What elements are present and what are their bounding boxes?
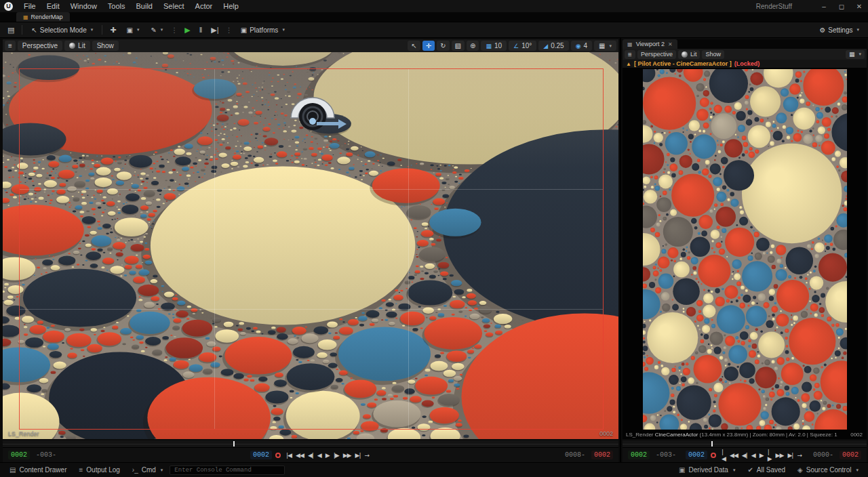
viewport-options-hamburger-icon[interactable]: ≡: [625, 50, 635, 59]
titlebar: U FileEditWindowToolsBuildSelectActorHel…: [0, 0, 868, 12]
menu-item[interactable]: Build: [131, 1, 158, 12]
transport-button[interactable]: ▶: [757, 452, 766, 459]
show-dropdown[interactable]: Show: [92, 41, 119, 51]
menu-item[interactable]: Actor: [190, 1, 218, 12]
view-range-end[interactable]: 0000-: [810, 451, 836, 459]
viewport-options-hamburger-icon[interactable]: ≡: [5, 41, 16, 51]
perspective-dropdown[interactable]: Perspective: [637, 50, 676, 59]
world-space-icon[interactable]: ⊕: [467, 41, 479, 51]
frame-skip-button[interactable]: ▶|: [208, 24, 222, 36]
transport-button[interactable]: ▶|: [785, 452, 795, 459]
viewport-layout-button[interactable]: ▦ ▾: [594, 41, 616, 51]
console-input[interactable]: [170, 465, 285, 475]
derived-data-button[interactable]: ▣ Derived Data ▾: [673, 463, 741, 477]
lit-dropdown[interactable]: Lit: [64, 41, 90, 51]
rotate-tool-icon[interactable]: ↻: [437, 41, 449, 51]
menu-item[interactable]: Edit: [41, 1, 65, 12]
save-icon[interactable]: ▤: [4, 24, 18, 36]
all-saved-button[interactable]: ✔ All Saved: [742, 463, 791, 477]
playback-start-frame[interactable]: 0002: [628, 451, 650, 459]
source-control-button[interactable]: ◈ Source Control ▾: [792, 463, 864, 477]
add-actor-icon[interactable]: ✚: [106, 24, 119, 36]
playback-start-frame[interactable]: 0002: [8, 451, 30, 459]
transport-button[interactable]: ▶▶: [341, 452, 353, 459]
transport-button[interactable]: →: [362, 452, 371, 459]
current-frame[interactable]: 0002: [686, 451, 707, 459]
record-button[interactable]: [711, 453, 716, 458]
view-range-end[interactable]: 0008-: [562, 451, 588, 459]
sequencer-timeline-strip[interactable]: [623, 440, 867, 447]
transport-buttons: |◀◀◀◀|◀▶|▶▶▶▶|→: [719, 449, 804, 462]
select-tool-icon[interactable]: ↖: [408, 41, 420, 51]
content-drawer-button[interactable]: ▤ Content Drawer: [4, 463, 72, 477]
lit-dropdown[interactable]: Lit: [678, 50, 701, 59]
playhead-marker[interactable]: [711, 441, 713, 447]
transport-button[interactable]: |▶: [766, 449, 774, 462]
transport-button[interactable]: →: [795, 452, 804, 459]
camera-name-label: CineCameraActor: [655, 432, 698, 438]
eject-pilot-icon[interactable]: ▲: [626, 61, 631, 67]
move-tool-icon[interactable]: ✛: [422, 41, 435, 51]
playback-end-frame[interactable]: 0002: [840, 451, 861, 459]
chevron-down-icon: ▾: [856, 468, 859, 473]
menu-item[interactable]: Tools: [102, 1, 131, 12]
modes-dropdown[interactable]: ▣ ▾: [121, 25, 144, 35]
chevron-down-icon: ▾: [137, 27, 140, 33]
transport-button[interactable]: ◀◀: [294, 452, 306, 459]
viewport-layout-button[interactable]: ▦ ▾: [846, 50, 865, 59]
transport-button[interactable]: |▶: [332, 452, 341, 459]
viewport-3d-scene[interactable]: LS_Render 0002: [3, 52, 618, 439]
transport-button[interactable]: ◀: [749, 452, 757, 459]
maximize-button[interactable]: ◻: [833, 3, 850, 10]
camera-speed-button[interactable]: ◉ 4: [571, 41, 592, 51]
transport-button[interactable]: ▶▶: [774, 452, 786, 459]
play-button[interactable]: ▶: [181, 24, 193, 36]
menu-item[interactable]: File: [18, 1, 41, 12]
settings-dropdown[interactable]: ⚙ Settings ▾: [814, 25, 864, 35]
output-log-button[interactable]: ≡ Output Log: [73, 463, 125, 477]
tab-viewport2[interactable]: ▦ Viewport 2 ✕: [623, 39, 677, 49]
tab-rendermap[interactable]: ▦ RenderMap: [16, 12, 70, 22]
menu-item[interactable]: Window: [65, 1, 102, 12]
perspective-dropdown[interactable]: Perspective: [18, 41, 62, 51]
camera-viewport[interactable]: LS_Render CineCameraActor (13.4mm x 23.8…: [623, 68, 867, 439]
close-button[interactable]: ✕: [850, 3, 868, 10]
rotation-snap-icon: ∠: [513, 43, 519, 49]
scale-snap-button[interactable]: ◢ 0.25: [538, 41, 568, 51]
menu-item[interactable]: Select: [158, 1, 190, 12]
close-tab-icon[interactable]: ✕: [668, 41, 673, 47]
pause-button[interactable]: ‖: [196, 24, 206, 35]
selection-mode-dropdown[interactable]: ↖ Selection Mode ▾: [26, 25, 98, 35]
scale-tool-icon[interactable]: ▧: [452, 41, 465, 51]
transport-button[interactable]: ◀◀: [728, 452, 740, 459]
minimize-button[interactable]: –: [815, 3, 833, 10]
transport-button[interactable]: ▶|: [353, 452, 363, 459]
transport-button[interactable]: |◀: [284, 452, 294, 459]
transport-button[interactable]: ◀|: [740, 452, 749, 459]
current-frame[interactable]: 0002: [250, 451, 272, 459]
cmd-dropdown[interactable]: ›_ Cmd ▾: [127, 463, 169, 477]
transport-button[interactable]: ◀|: [306, 452, 315, 459]
show-dropdown[interactable]: Show: [702, 50, 724, 59]
chevron-down-icon: ▾: [161, 27, 163, 33]
cine-camera-gizmo[interactable]: [285, 94, 348, 133]
transport-button[interactable]: |◀: [719, 449, 728, 462]
menu-item[interactable]: Help: [218, 1, 244, 12]
view-range-start[interactable]: -003-: [33, 451, 59, 459]
paint-dropdown[interactable]: ✎ ▾: [146, 25, 167, 35]
rotation-snap-button[interactable]: ∠ 10°: [509, 41, 536, 51]
transport-button[interactable]: ◀: [315, 452, 323, 459]
playhead-marker[interactable]: [233, 441, 235, 447]
grid-snap-button[interactable]: ▦ 10: [481, 41, 507, 51]
unreal-logo-icon[interactable]: U: [4, 2, 13, 11]
layout-grid-icon: ▦: [849, 51, 855, 58]
cube-icon: ▣: [126, 26, 132, 34]
layout-grid-icon: ▦: [599, 42, 605, 49]
transport-button[interactable]: ▶: [323, 452, 332, 459]
view-range-start[interactable]: -003-: [653, 451, 679, 459]
platforms-dropdown[interactable]: ▣ Platforms ▾: [236, 25, 290, 35]
saved-check-icon: ✔: [747, 466, 753, 474]
playback-end-frame[interactable]: 0002: [591, 451, 613, 459]
record-button[interactable]: [275, 453, 281, 458]
sequencer-timeline-strip[interactable]: [3, 440, 618, 447]
